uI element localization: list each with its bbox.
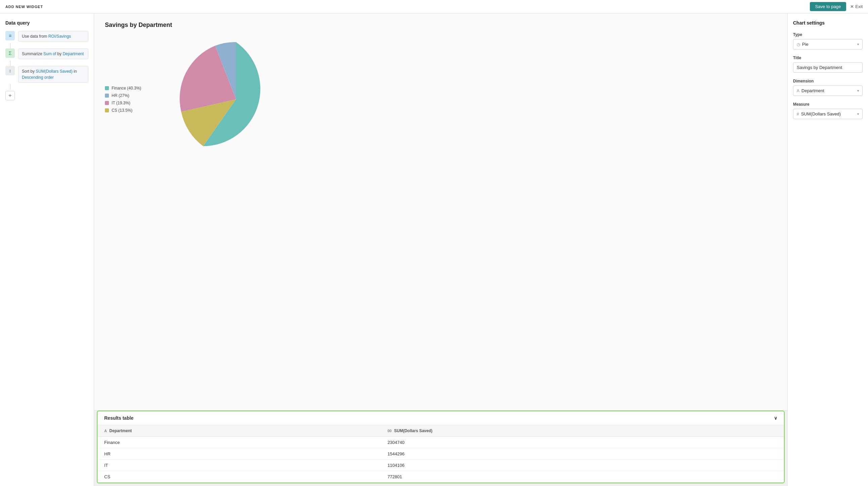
measure-chevron-icon: ▾ xyxy=(857,112,859,116)
dimension-value: Department xyxy=(801,88,824,93)
legend-dot-finance xyxy=(105,86,109,90)
legend-dot-hr xyxy=(105,93,109,97)
legend-label-cs: CS (13.5%) xyxy=(112,108,132,113)
summarize-step-text[interactable]: Summarize Sum of by Department xyxy=(18,49,88,59)
measure-select[interactable]: # SUM(Dollars Saved) ▾ xyxy=(793,109,863,119)
measure-icon: # xyxy=(797,112,799,116)
step-connector-1 xyxy=(10,43,10,49)
left-panel: Data query ≡ Use data from ROI/Savings Σ… xyxy=(0,13,94,486)
step-connector-2 xyxy=(10,61,10,66)
page-title: ADD NEW WIDGET xyxy=(5,5,43,9)
legend-label-it: IT (19.3%) xyxy=(112,101,130,105)
sort-order-link[interactable]: Descending order xyxy=(22,75,54,80)
chart-content: Finance (40.3%) HR (27%) IT (19.3%) CS (… xyxy=(105,35,777,163)
legend-label-finance: Finance (40.3%) xyxy=(112,86,141,90)
table-row: IT 1104106 xyxy=(97,460,784,471)
right-panel: Chart settings Type ◷ Pie ▾ Title Dimens… xyxy=(787,13,868,486)
save-to-page-button[interactable]: Save to page xyxy=(810,2,846,11)
sort-step-text[interactable]: Sort by SUM(Dollars Saved) in Descending… xyxy=(18,66,88,83)
step-connector-3 xyxy=(10,84,10,89)
dimension-select[interactable]: A Department ▾ xyxy=(793,85,863,96)
cell-department: HR xyxy=(97,448,381,460)
sort-field-link[interactable]: SUM(Dollars Saved) xyxy=(36,69,72,74)
col-header-department: A Department xyxy=(97,425,381,437)
exit-button[interactable]: ✕ Exit xyxy=(850,4,863,9)
table-row: CS 772801 xyxy=(97,471,784,483)
legend-item-cs: CS (13.5%) xyxy=(105,108,159,113)
title-label: Title xyxy=(793,56,863,60)
legend-dot-it xyxy=(105,101,109,105)
cell-sum-dollars: 1104106 xyxy=(381,460,784,471)
query-step-summarize: Σ Summarize Sum of by Department xyxy=(5,49,88,59)
dimension-field-group: Dimension A Department ▾ xyxy=(793,79,863,96)
results-title: Results table xyxy=(104,415,133,421)
table-row: HR 1544296 xyxy=(97,448,784,460)
legend-item-hr: HR (27%) xyxy=(105,93,159,98)
chart-legend: Finance (40.3%) HR (27%) IT (19.3%) CS (… xyxy=(105,86,159,113)
cell-sum-dollars: 772801 xyxy=(381,471,784,483)
cell-department: IT xyxy=(97,460,381,471)
title-input[interactable] xyxy=(793,62,863,73)
legend-item-it: IT (19.3%) xyxy=(105,101,159,105)
type-field-group: Type ◷ Pie ▾ xyxy=(793,32,863,50)
dimension-label: Dimension xyxy=(793,79,863,83)
legend-item-finance: Finance (40.3%) xyxy=(105,86,159,90)
roi-savings-link[interactable]: ROI/Savings xyxy=(49,34,71,39)
center-panel: Savings by Department Finance (40.3%) HR… xyxy=(94,13,787,486)
type-label: Type xyxy=(793,32,863,37)
dimension-chevron-icon: ▾ xyxy=(857,89,859,92)
cell-department: CS xyxy=(97,471,381,483)
col-header-sum: 00 SUM(Dollars Saved) xyxy=(381,425,784,437)
alpha-icon: A xyxy=(104,429,107,433)
type-chevron-icon: ▾ xyxy=(857,42,859,46)
measure-label: Measure xyxy=(793,102,863,107)
measure-field-group: Measure # SUM(Dollars Saved) ▾ xyxy=(793,102,863,119)
data-source-icon: ≡ xyxy=(5,31,15,40)
collapse-icon: ∨ xyxy=(774,415,777,421)
legend-dot-cs xyxy=(105,108,109,112)
sum-of-link[interactable]: Sum of xyxy=(43,52,56,56)
data-query-title: Data query xyxy=(5,20,88,26)
legend-label-hr: HR (27%) xyxy=(112,93,129,98)
type-value: Pie xyxy=(802,42,808,47)
add-step-button[interactable]: + xyxy=(5,91,15,100)
top-bar: ADD NEW WIDGET Save to page ✕ Exit xyxy=(0,0,868,13)
title-field-group: Title xyxy=(793,56,863,73)
type-select[interactable]: ◷ Pie ▾ xyxy=(793,39,863,50)
table-row: Finance 2304740 xyxy=(97,437,784,448)
main-layout: Data query ≡ Use data from ROI/Savings Σ… xyxy=(0,13,868,486)
department-link[interactable]: Department xyxy=(63,52,84,56)
results-header[interactable]: Results table ∨ xyxy=(97,411,784,425)
cell-department: Finance xyxy=(97,437,381,448)
measure-value: SUM(Dollars Saved) xyxy=(801,111,841,116)
sort-icon: ↕ xyxy=(5,66,15,76)
top-bar-actions: Save to page ✕ Exit xyxy=(810,2,863,11)
pie-icon: ◷ xyxy=(797,42,800,47)
results-section: Results table ∨ A Department 00 SUM(Doll… xyxy=(97,410,785,483)
results-table: A Department 00 SUM(Dollars Saved) Finan… xyxy=(97,425,784,483)
close-icon: ✕ xyxy=(850,4,854,9)
query-step-sort: ↕ Sort by SUM(Dollars Saved) in Descendi… xyxy=(5,66,88,83)
numeric-icon: 00 xyxy=(388,429,392,433)
chart-title: Savings by Department xyxy=(105,22,777,29)
chart-settings-title: Chart settings xyxy=(793,20,863,26)
data-source-step-text[interactable]: Use data from ROI/Savings xyxy=(18,31,88,42)
query-step-data-source: ≡ Use data from ROI/Savings xyxy=(5,31,88,42)
chart-area: Savings by Department Finance (40.3%) HR… xyxy=(94,13,787,410)
dimension-icon: A xyxy=(797,88,799,93)
cell-sum-dollars: 2304740 xyxy=(381,437,784,448)
summarize-icon: Σ xyxy=(5,49,15,58)
pie-chart xyxy=(172,35,300,163)
cell-sum-dollars: 1544296 xyxy=(381,448,784,460)
